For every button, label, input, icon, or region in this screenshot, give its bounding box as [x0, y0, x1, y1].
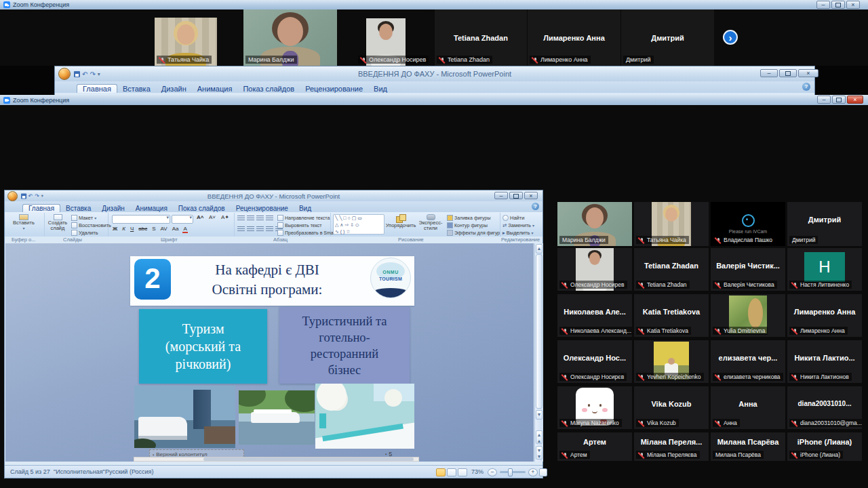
close-button[interactable]: × — [846, 1, 860, 9]
tab-review[interactable]: Рецензирование — [231, 205, 294, 212]
fit-to-window-button[interactable] — [539, 468, 547, 476]
align-left-button[interactable] — [237, 226, 245, 232]
shapes-gallery[interactable]: ╲ ╲ □ ○ ▢ ▭ △ ∧ ⇨ ⇩ ◇ ∿ ( ) ☆ — [333, 214, 384, 235]
zoom-in-button[interactable]: + — [528, 468, 538, 476]
underline-button[interactable]: Ч — [130, 226, 134, 233]
quick-styles-button[interactable]: Экспресс-стили — [417, 214, 444, 231]
scroll-down-button[interactable]: ▼ — [536, 410, 542, 420]
change-case-button[interactable]: Aa — [172, 226, 180, 233]
grid-tile-tatyana-chaika[interactable]: Татьяна Чайка — [634, 202, 709, 246]
minimize-button[interactable]: – — [816, 1, 830, 9]
grid-tile-nastia-lytvynenko[interactable]: Н Настя Литвиненко — [787, 248, 862, 291]
photo-restaurant-terrace[interactable] — [315, 384, 414, 449]
grid-tile-valeriia-chystykova[interactable]: Валерія Чистик... Валерія Чистикова — [711, 248, 785, 291]
tab-view[interactable]: Вид — [294, 205, 317, 212]
shadow-button[interactable]: S — [151, 226, 156, 233]
language-indicator[interactable]: Русский (Россия) — [105, 468, 153, 475]
shape-effects-button[interactable]: Эффекты для фигур — [447, 230, 500, 236]
close-button[interactable]: × — [524, 192, 538, 199]
onmu-tourism-logo[interactable]: ONMU TOURISM — [370, 258, 411, 298]
restore-button[interactable] — [509, 192, 523, 199]
grid-tile-maryna-baldzhy[interactable]: Марина Балджи — [557, 202, 632, 246]
scroll-up-button[interactable]: ▲ — [536, 244, 542, 253]
tab-design[interactable]: Дизайн — [96, 205, 130, 212]
align-right-button[interactable] — [256, 226, 264, 232]
italic-button[interactable]: К — [121, 226, 126, 233]
help-icon[interactable]: ? — [532, 203, 539, 210]
grid-tile-lymarenko-anna[interactable]: Лимаренко Анна Лимаренко Анна — [787, 294, 862, 337]
shape-fill-button[interactable]: Заливка фигуры — [447, 215, 490, 221]
minimize-button[interactable]: – — [760, 69, 778, 77]
tab-insert[interactable]: Вставка — [117, 85, 156, 93]
tab-slideshow[interactable]: Показ слайдов — [173, 205, 231, 212]
restore-button[interactable] — [832, 96, 846, 104]
grid-tile-tetiana-zhadan[interactable]: Tetiana Zhadan Tetiana Zhadan — [634, 248, 709, 291]
decrease-indent-button[interactable] — [256, 216, 264, 222]
strip-tile-maryna-baldzhy[interactable]: Марина Балджи — [243, 9, 337, 66]
text-direction-button[interactable]: Направление текста — [277, 215, 330, 221]
tab-insert[interactable]: Вставка — [60, 205, 96, 212]
slide-sorter-button[interactable] — [447, 468, 456, 476]
strip-tile-lymarenko-anna[interactable]: Лимаренко Анна Лимаренко Анна — [527, 9, 620, 66]
help-icon[interactable]: ? — [802, 83, 810, 91]
font-color-button[interactable]: А — [182, 226, 187, 233]
arrange-button[interactable]: Упорядочить — [386, 214, 416, 228]
font-name-combo[interactable] — [112, 215, 170, 224]
shrink-font-button[interactable]: A˅ — [208, 214, 216, 220]
grid-tile-vika-kozub[interactable]: Vika Kozub Vika Kozub — [634, 386, 709, 429]
grid-tile-iphone-liana[interactable]: iPhone (Лиана) iPhone (Лиана) — [787, 432, 862, 461]
select-button[interactable]: ▸Выделить▾ — [502, 230, 533, 236]
grid-tile-maryna-nazarenko[interactable]: Maryna Nazarenko — [557, 386, 632, 429]
grid-tile-katia-tretiakova[interactable]: Katia Tretiakova Katia Tretiakova — [634, 294, 709, 337]
layout-button[interactable]: Макет▾ — [71, 215, 96, 221]
grid-tile-elyzaveta-chernykova[interactable]: елизавета чер... елизавета черникова — [711, 340, 785, 383]
previous-slide-button[interactable]: ▲▲ — [536, 430, 542, 444]
increase-indent-button[interactable] — [266, 216, 273, 222]
grid-tile-oleksandr-nosyrev[interactable]: Олександр Носирев — [557, 248, 632, 291]
grid-tile-dmytriy[interactable]: Дмитрий Дмитрий — [787, 202, 862, 246]
grow-font-button[interactable]: A˄ — [196, 214, 204, 220]
slideshow-button[interactable] — [458, 468, 467, 476]
slide-number-badge[interactable]: 2 — [134, 259, 171, 300]
new-slide-button[interactable]: Создать слайд — [45, 214, 70, 231]
strip-tile-oleksandr-nosyrev[interactable]: Олександр Носирев — [366, 18, 406, 66]
vertical-scrollbar[interactable]: ▲ ▼ ▲▲ ▼▼ — [534, 243, 543, 462]
strikethrough-button[interactable]: abc — [138, 226, 148, 233]
minimize-button[interactable]: – — [494, 192, 508, 199]
grid-tile-milana-psaryova[interactable]: Милана Псарёва Милана Псарёва — [711, 432, 785, 461]
justify-button[interactable] — [266, 226, 273, 232]
normal-view-button[interactable] — [436, 468, 446, 476]
replace-button[interactable]: ⇄Заменить▾ — [502, 222, 534, 228]
grid-tile-anna[interactable]: Анна Анна — [711, 386, 785, 429]
bullets-button[interactable] — [237, 216, 245, 222]
close-button[interactable]: × — [798, 69, 818, 77]
tab-view[interactable]: Вид — [368, 85, 393, 93]
align-center-button[interactable] — [247, 226, 254, 232]
vscroll-thumb[interactable] — [536, 254, 542, 409]
minimize-button[interactable]: – — [817, 96, 831, 104]
align-text-button[interactable]: Выровнять текст — [277, 222, 322, 228]
numbering-button[interactable] — [247, 216, 254, 222]
bold-button[interactable]: Ж — [112, 226, 118, 233]
strip-tile-tetiana-zhadan[interactable]: Tetiana Zhadan Tetiana Zhadan — [434, 9, 527, 66]
zoom-out-button[interactable]: − — [488, 468, 497, 476]
grid-tile-diana[interactable]: diana20031010... diana20031010@gma... — [787, 386, 862, 429]
photo-cruise-port[interactable] — [134, 386, 235, 448]
restore-button[interactable] — [831, 1, 845, 9]
tab-home[interactable]: Главная — [77, 84, 117, 93]
program-box-hotel-restaurant[interactable]: Туристичний та готельно- ресторанний біз… — [279, 307, 410, 384]
reset-button[interactable]: Восстановить — [71, 222, 111, 228]
grid-tile-oleksandr-nosyriev-2[interactable]: Олександр Нос... Олександр Носирєв — [557, 340, 632, 383]
shape-outline-button[interactable]: Контур фигуры — [447, 222, 488, 228]
grid-tile-vladyslav-pashko[interactable]: Please run iVCam Владислав Пашко — [711, 202, 785, 246]
strip-tile-dmytriy[interactable]: Дмитрий Дмитрий — [620, 9, 714, 66]
program-box-tourism[interactable]: Туризм (морський та річковий) — [139, 309, 267, 384]
slide-canvas[interactable]: 2 На кафедрі є ДВІ Освітні програми: ONM… — [5, 243, 534, 462]
grid-tile-nikolaeva-aleksandra[interactable]: Николаева Але... Николаева Александ... — [557, 294, 632, 337]
tab-animation[interactable]: Анимация — [130, 205, 173, 212]
grid-tile-artem[interactable]: Артем Артем — [557, 432, 632, 461]
grid-tile-nikita-laktionov[interactable]: Никита Лактио... Никита Лактионов — [787, 340, 862, 383]
font-size-combo[interactable] — [172, 215, 193, 224]
tab-review[interactable]: Рецензирование — [300, 85, 368, 93]
tab-design[interactable]: Дизайн — [156, 85, 192, 93]
